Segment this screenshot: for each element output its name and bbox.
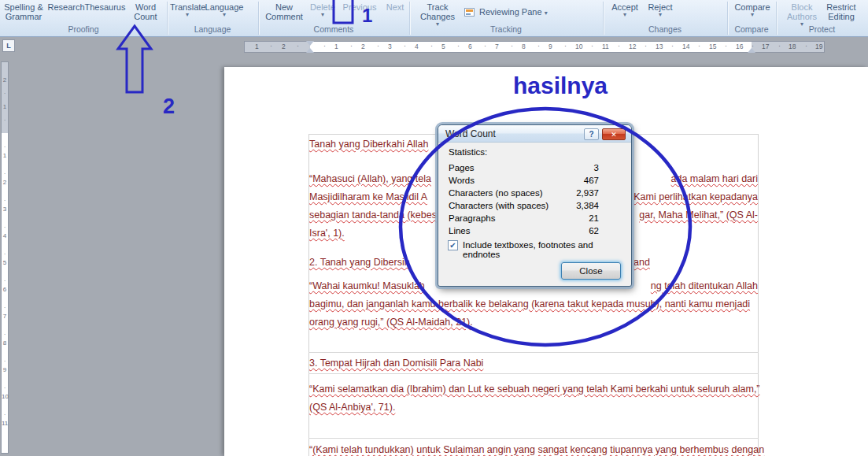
close-button[interactable]: Close bbox=[561, 262, 621, 280]
ruler-number: 17 bbox=[762, 43, 769, 50]
word-count-button[interactable]: Word Count bbox=[127, 2, 164, 21]
reviewing-pane-button[interactable]: Reviewing Pane ▾ bbox=[464, 7, 567, 18]
ruler-number: 11 bbox=[2, 420, 8, 427]
reviewing-pane-icon bbox=[464, 8, 475, 17]
ruler-number: 15 bbox=[709, 43, 716, 50]
ruler-tick: · bbox=[698, 42, 700, 50]
reject-button[interactable]: Reject ▾ bbox=[644, 2, 677, 17]
ruler-number: 5 bbox=[2, 259, 8, 266]
group-label-changes: Changes bbox=[603, 24, 727, 34]
ruler-number: 3 bbox=[388, 43, 392, 50]
spelling-grammar-button[interactable]: Spelling & Grammar bbox=[0, 2, 47, 21]
doc-text: Masjidilharam ke Masjidil A bbox=[309, 188, 427, 206]
text-boundary-line bbox=[308, 438, 759, 439]
group-label-language: Language bbox=[167, 24, 258, 34]
ruler-number: 11 bbox=[602, 43, 609, 50]
ruler-tick: · bbox=[2, 224, 8, 231]
doc-text: and bbox=[633, 254, 650, 272]
ruler-number: 3 bbox=[2, 206, 8, 213]
accept-button[interactable]: Accept ▾ bbox=[608, 2, 642, 17]
vertical-ruler[interactable]: 211234567891011············· bbox=[1, 61, 9, 454]
research-button[interactable]: Research bbox=[47, 2, 85, 12]
doc-line[interactable]: “Kami selamatkan dia (Ibrahim) dan Lut k… bbox=[309, 380, 758, 399]
doc-line[interactable]: “(Kami telah tundukkan) untuk Sulaiman a… bbox=[309, 441, 758, 456]
ruler-tick: · bbox=[2, 358, 8, 365]
doc-text: Isra', 1). bbox=[309, 228, 345, 239]
next-comment-button[interactable]: Next bbox=[381, 2, 409, 12]
new-comment-label-1: New bbox=[275, 2, 293, 12]
doc-text: ng telah ditentukan Allah bbox=[651, 277, 758, 295]
stat-label: Pages bbox=[449, 161, 475, 174]
ruler-number: 1 bbox=[2, 152, 8, 159]
ruler-number: 9 bbox=[2, 366, 8, 373]
ruler-number: 1 bbox=[255, 43, 259, 50]
ruler-number: 2 bbox=[2, 179, 8, 186]
stat-value: 2,937 bbox=[576, 187, 599, 199]
doc-line[interactable]: bagimu, dan janganlah kamu berbalik ke b… bbox=[309, 295, 758, 313]
ruler-tick: · bbox=[430, 42, 433, 50]
doc-text: “(Kami telah tundukkan) untuk Sulaiman a… bbox=[309, 444, 764, 455]
new-comment-button[interactable]: New Comment bbox=[263, 2, 305, 21]
hanging-indent-marker[interactable] bbox=[306, 48, 314, 53]
doc-text: 3. Tempat Hijrah dan Domisili Para Nabi bbox=[309, 358, 483, 369]
doc-line-heading-3[interactable]: 3. Tempat Hijrah dan Domisili Para Nabi bbox=[309, 354, 758, 373]
previous-comment-button[interactable]: Previous bbox=[340, 2, 379, 12]
horizontal-ruler[interactable]: 1212345678910111213141516171819·········… bbox=[244, 41, 825, 53]
doc-text: orang yang rugi,” (QS Al-Maidah, 21). bbox=[309, 317, 473, 328]
ruler-tick: · bbox=[2, 250, 8, 258]
doc-text: ada malam hari dari bbox=[671, 170, 758, 188]
restrict-editing-label-2: Editing bbox=[828, 12, 855, 21]
track-changes-button[interactable]: Track Changes ▾ bbox=[416, 2, 460, 27]
doc-line[interactable]: orang yang rugi,” (QS Al-Maidah, 21). bbox=[309, 313, 758, 332]
ruler-tick: · bbox=[484, 42, 486, 50]
word-count-dialog: Word Count ? ✕ Statistics: Pages 3 Words… bbox=[438, 124, 632, 287]
dialog-close-x-button[interactable]: ✕ bbox=[602, 128, 626, 140]
ruler-tick: · bbox=[564, 42, 567, 50]
reviewing-pane-label: Reviewing Pane bbox=[479, 7, 542, 17]
block-authors-button[interactable]: Block Authors ▾ bbox=[782, 2, 822, 27]
ruler-number: 2 bbox=[2, 76, 8, 83]
language-button[interactable]: Language ▾ bbox=[205, 2, 244, 17]
doc-text: 2. Tanah yang Dibersih bbox=[309, 257, 410, 268]
delete-comment-button[interactable]: Delete ▾ bbox=[305, 2, 340, 17]
ruler-number: 1 bbox=[2, 103, 8, 110]
doc-text: “Mahasuci (Allah), yang tela bbox=[309, 170, 431, 188]
ruler-tick: · bbox=[270, 42, 272, 50]
dialog-title-bar[interactable]: Word Count ? ✕ bbox=[438, 125, 631, 143]
ruler-number: 14 bbox=[682, 43, 689, 50]
include-textboxes-checkbox[interactable]: ✔ bbox=[448, 240, 458, 250]
ruler-tick: · bbox=[671, 42, 674, 50]
doc-text: “Kami selamatkan dia (Ibrahim) dan Lut k… bbox=[309, 384, 760, 395]
compare-button[interactable]: Compare ▾ bbox=[732, 2, 773, 17]
translate-button[interactable]: Translate ▾ bbox=[170, 2, 205, 17]
word-count-label-2: Count bbox=[134, 12, 157, 21]
doc-text: “Wahai kaumku! Masuklah bbox=[309, 277, 425, 295]
tab-selector[interactable]: L bbox=[2, 39, 15, 52]
ruler-number: 4 bbox=[415, 43, 419, 50]
stat-row-chars-with-spaces: Characters (with spaces) 3,384 bbox=[438, 199, 633, 212]
ruler-tick: · bbox=[2, 197, 8, 204]
doc-text: sebagian tanda-tanda (kebes bbox=[309, 206, 437, 224]
stat-row-chars-no-spaces: Characters (no spaces) 2,937 bbox=[438, 187, 633, 199]
stat-label: Characters (with spaces) bbox=[449, 199, 549, 212]
ruler-tick: · bbox=[377, 42, 379, 50]
track-changes-label-1: Track bbox=[427, 2, 448, 12]
restrict-editing-button[interactable]: Restrict Editing bbox=[822, 2, 861, 21]
ruler-tick: · bbox=[645, 42, 647, 50]
help-button[interactable]: ? bbox=[584, 128, 599, 140]
ruler-number: 2 bbox=[282, 43, 286, 50]
chevron-down-icon: ▾ bbox=[170, 12, 205, 17]
ruler-tick: · bbox=[618, 42, 620, 50]
ruler-tick: · bbox=[2, 384, 8, 391]
ruler-tick: · bbox=[2, 411, 8, 418]
first-line-indent-marker[interactable] bbox=[306, 41, 314, 46]
thesaurus-button[interactable]: Thesaurus bbox=[84, 2, 126, 12]
statistics-label: Statistics: bbox=[449, 147, 487, 157]
ruler-tick: · bbox=[2, 304, 8, 311]
stat-row-pages: Pages 3 bbox=[438, 161, 633, 174]
ruler-number: 13 bbox=[656, 43, 663, 50]
annotation-label-2: 2 bbox=[163, 95, 175, 119]
doc-line[interactable]: (QS Al-Anbiya', 71). bbox=[309, 399, 758, 417]
doc-text: Tanah yang Diberkahi Allah bbox=[309, 139, 429, 150]
stat-label: Paragraphs bbox=[449, 212, 495, 224]
